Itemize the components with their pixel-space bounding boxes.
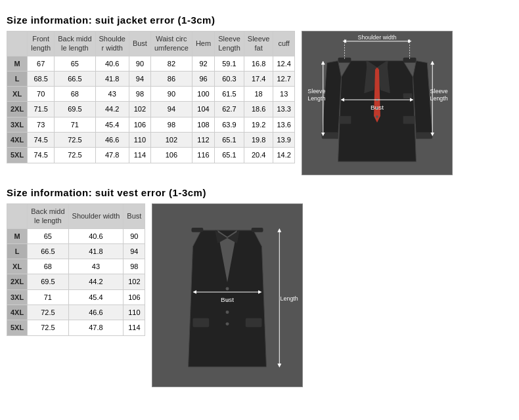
jacket-data-cell: 41.8 [95, 71, 129, 86]
jacket-data-cell: 61.5 [215, 87, 244, 102]
svg-rect-43 [192, 228, 204, 232]
jacket-data-cell: 106 [150, 148, 192, 163]
jacket-data-cell: 73 [28, 117, 55, 132]
vest-data-cell: 68 [28, 259, 68, 274]
jacket-data-cell: 96 [192, 71, 214, 86]
svg-rect-19 [403, 93, 412, 98]
jacket-data-cell: 65.1 [215, 148, 244, 163]
svg-text:Bust: Bust [221, 296, 234, 303]
jacket-data-cell: 108 [192, 117, 214, 132]
vest-col-bust: Bust [124, 204, 145, 229]
vest-data-cell: 47.8 [68, 320, 124, 335]
svg-rect-18 [339, 116, 351, 124]
vest-data-cell: 43 [68, 259, 124, 274]
jacket-data-cell: 98 [150, 117, 192, 132]
col-waist: Waist circumference [150, 32, 192, 56]
jacket-data-cell: 92 [192, 56, 214, 71]
jacket-data-cell: 62.7 [215, 102, 244, 117]
vest-data-cell: 66.5 [28, 243, 68, 259]
jacket-data-cell: 90 [129, 56, 150, 71]
jacket-data-cell: 100 [192, 87, 214, 102]
jacket-data-cell: 16.8 [244, 56, 273, 71]
vest-data-cell: 72.5 [28, 320, 68, 335]
jacket-size-cell: 4XL [7, 133, 28, 148]
jacket-data-cell: 114 [129, 148, 150, 163]
jacket-data-cell: 13 [273, 87, 294, 102]
jacket-size-cell: L [7, 71, 28, 86]
jacket-data-cell: 19.8 [244, 133, 273, 148]
jacket-data-cell: 74.5 [28, 133, 55, 148]
vest-data-cell: 69.5 [28, 274, 68, 289]
svg-text:Length: Length [281, 295, 298, 302]
jacket-data-cell: 90 [150, 87, 192, 102]
svg-text:Bust: Bust [371, 104, 384, 111]
jacket-diagram: Shoulder width Sleeve Length Sleeve Leng… [302, 31, 453, 175]
jacket-data-cell: 102 [150, 133, 192, 148]
jacket-data-cell: 40.6 [95, 56, 129, 71]
jacket-title: Size information: suit jacket error (1-3… [7, 14, 512, 26]
vest-data-cell: 46.6 [68, 305, 124, 320]
jacket-data-cell: 72.5 [55, 133, 95, 148]
jacket-data-cell: 45.4 [95, 117, 129, 132]
vest-data-cell: 44.2 [68, 274, 124, 289]
vest-data-cell: 41.8 [68, 243, 124, 259]
svg-point-37 [226, 287, 229, 291]
vest-data-cell: 102 [124, 274, 145, 289]
jacket-data-cell: 82 [150, 56, 192, 71]
vest-section: Back middle length Shoulder width Bust M… [7, 203, 512, 387]
vest-data-cell: 45.4 [68, 289, 124, 304]
jacket-size-cell: M [7, 56, 28, 71]
vest-data-cell: 98 [124, 259, 145, 274]
jacket-data-cell: 19.2 [244, 117, 273, 132]
jacket-data-cell: 20.4 [244, 148, 273, 163]
svg-rect-42 [246, 318, 262, 327]
jacket-size-cell: 3XL [7, 117, 28, 132]
jacket-data-cell: 12.7 [273, 71, 294, 86]
jacket-data-cell: 94 [150, 102, 192, 117]
jacket-data-cell: 94 [129, 71, 150, 86]
jacket-data-cell: 13.9 [273, 133, 294, 148]
vest-data-cell: 71 [28, 289, 68, 304]
vest-data-cell: 110 [124, 305, 145, 320]
jacket-size-cell: 2XL [7, 102, 28, 117]
col-sleeve-fat: Sleevefat [244, 32, 273, 56]
jacket-data-cell: 59.1 [215, 56, 244, 71]
jacket-data-cell: 17.4 [244, 71, 273, 86]
vest-diagram: Bust Length [152, 203, 303, 387]
jacket-data-cell: 60.3 [215, 71, 244, 86]
vest-size-cell: 3XL [7, 289, 28, 304]
col-hem: Hem [192, 32, 214, 56]
col-front-length: Frontlength [28, 32, 55, 56]
vest-size-cell: M [7, 228, 28, 243]
col-back-length: Back middle length [55, 32, 95, 56]
svg-rect-17 [403, 116, 415, 124]
svg-text:Shoulder width: Shoulder width [357, 34, 396, 41]
svg-rect-41 [193, 318, 210, 327]
svg-point-10 [376, 116, 378, 118]
col-size [7, 32, 28, 56]
jacket-data-cell: 68.5 [28, 71, 55, 86]
vest-data-cell: 114 [124, 320, 145, 335]
jacket-data-cell: 112 [192, 133, 214, 148]
vest-data-cell: 94 [124, 243, 145, 259]
jacket-data-cell: 104 [192, 102, 214, 117]
vest-data-cell: 40.6 [68, 228, 124, 243]
svg-rect-15 [322, 133, 338, 139]
jacket-data-cell: 116 [192, 148, 214, 163]
jacket-data-cell: 46.6 [95, 133, 129, 148]
svg-rect-44 [252, 228, 263, 232]
vest-col-size [7, 204, 28, 229]
vest-title: Size information: suit vest error (1-3cm… [7, 187, 512, 198]
jacket-data-cell: 18 [244, 87, 273, 102]
jacket-data-cell: 71.5 [28, 102, 55, 117]
vest-data-cell: 65 [28, 228, 68, 243]
jacket-data-cell: 69.5 [55, 102, 95, 117]
jacket-data-cell: 98 [129, 87, 150, 102]
jacket-data-cell: 13.3 [273, 102, 294, 117]
jacket-data-cell: 18.6 [244, 102, 273, 117]
jacket-data-cell: 67 [28, 56, 55, 71]
vest-size-cell: 4XL [7, 305, 28, 320]
jacket-data-cell: 106 [129, 117, 150, 132]
jacket-data-cell: 102 [129, 102, 150, 117]
vest-col-shoulder: Shoulder width [68, 204, 124, 229]
